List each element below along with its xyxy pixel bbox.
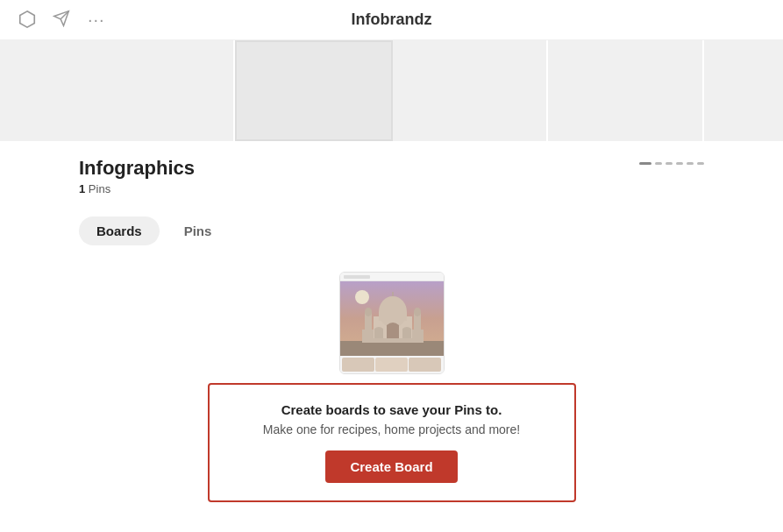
svg-point-4 [355, 290, 369, 304]
board-preview-bottom [340, 356, 444, 373]
board-preview-card [339, 272, 445, 374]
banner-cell-3 [393, 40, 549, 141]
tab-bar: Boards Pins [0, 209, 783, 263]
svg-marker-0 [20, 11, 35, 26]
header: ··· Infobrandz [0, 0, 783, 40]
svg-rect-13 [379, 312, 407, 321]
pagination-dots [639, 162, 704, 165]
header-nav: ··· [18, 10, 109, 31]
tab-pins[interactable]: Pins [167, 216, 230, 245]
more-icon[interactable]: ··· [88, 10, 109, 31]
hexagon-icon[interactable] [18, 10, 39, 31]
dot-4 [676, 162, 683, 165]
dot-3 [666, 162, 673, 165]
callout-subtitle: Make one for recipes, home projects and … [236, 422, 548, 436]
mini-cell-1 [342, 358, 374, 372]
profile-details: Infographics 1 Pins [79, 157, 195, 195]
svg-point-8 [365, 308, 372, 316]
create-board-button[interactable]: Create Board [325, 450, 457, 483]
mini-cell-2 [375, 358, 408, 372]
banner-cell-1 [79, 40, 235, 141]
dot-1 [639, 162, 651, 165]
svg-point-10 [414, 308, 421, 316]
dot-6 [697, 162, 704, 165]
board-preview-top-bar [340, 273, 444, 281]
banner-cell-2 [235, 40, 393, 141]
banner [0, 40, 783, 141]
svg-rect-5 [340, 341, 444, 356]
tab-boards[interactable]: Boards [79, 216, 160, 245]
create-boards-callout: Create boards to save your Pins to. Make… [208, 383, 576, 502]
send-icon[interactable] [53, 10, 74, 31]
board-preview-image [340, 281, 444, 356]
header-title: Infobrandz [352, 11, 432, 29]
main-content: Create boards to save your Pins to. Make… [0, 263, 783, 511]
pins-count: 1 Pins [79, 182, 195, 195]
profile-info: Infographics 1 Pins [0, 141, 783, 209]
callout-title: Create boards to save your Pins to. [236, 402, 548, 417]
dot-2 [655, 162, 662, 165]
mini-cell-3 [409, 358, 441, 372]
banner-cell-4 [548, 40, 704, 141]
profile-name: Infographics [79, 157, 195, 180]
dot-5 [687, 162, 694, 165]
